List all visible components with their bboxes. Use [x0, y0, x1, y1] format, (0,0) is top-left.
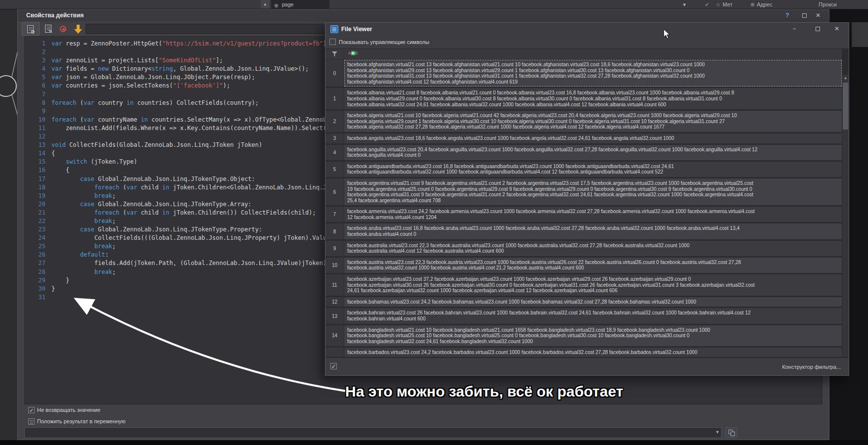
line-number: 16	[25, 167, 51, 175]
pencil-icon: ✎	[48, 29, 52, 34]
fileviewer-row[interactable]: 3facebook.angola.virtual23.cost 18,6 fac…	[325, 134, 842, 143]
combobox-caret-icon[interactable]: ▼	[715, 430, 720, 435]
row-index: 4	[325, 145, 344, 160]
line-number: 17	[25, 176, 51, 184]
line-number: 11	[25, 125, 51, 133]
scroll-up-icon[interactable]: ▲	[842, 75, 849, 82]
filter-cell[interactable]	[325, 49, 344, 59]
file-viewer-titlebar[interactable]: File Viewer − ✕	[325, 23, 849, 36]
fileviewer-row[interactable]: 11facebook.azerbaijan.virtual23.cost 37,…	[325, 274, 842, 296]
fileviewer-row[interactable]: 14facebook.bangladesh.virtual21.cost 10 …	[325, 325, 842, 347]
toolbar-item-proxy[interactable]: Прокси	[819, 0, 837, 9]
line-number: 10	[25, 116, 51, 125]
filter-builder-link[interactable]: Конструктор фильтра...	[782, 364, 841, 370]
row-value-cell[interactable]: facebook.angola.virtual23.cost 18,6 face…	[344, 134, 842, 143]
row-index: 2	[325, 111, 344, 132]
line-number: 3	[25, 57, 51, 65]
fileviewer-row[interactable]: 1facebook.albania.virtual21.cost 8 faceb…	[325, 88, 842, 109]
toolbar-item-met[interactable]: ☆Мет	[716, 0, 732, 9]
row-index: 10	[325, 258, 344, 273]
fileviewer-row[interactable]: 10facebook.austria.virtual23.cost 22,3 f…	[325, 258, 842, 273]
line-number: 19	[25, 192, 51, 201]
line-number: 24	[25, 234, 51, 243]
line-number: 2	[25, 48, 51, 57]
fileviewer-row[interactable]: 9facebook.australia.virtual23.cost 22,3 …	[325, 241, 842, 256]
row-value-cell[interactable]: facebook.argentina.virtual21.cost 9 face…	[344, 178, 842, 205]
line-number: 12	[25, 133, 51, 141]
row-value-cell[interactable]: facebook.barbados.virtual23.cost 24,2 fa…	[344, 348, 842, 357]
screen-edge	[0, 440, 868, 445]
file-viewer-icon	[330, 25, 338, 33]
copy-result-button[interactable]	[726, 427, 737, 438]
row-value-cell[interactable]: facebook.afghanistan.virtual21.cost 13 f…	[344, 60, 842, 87]
funnel-icon	[331, 51, 338, 57]
line-number: 6	[25, 82, 51, 90]
background-window-edge	[852, 22, 868, 47]
code-settings-button[interactable]: ⚙	[22, 22, 40, 36]
line-number: 1	[25, 40, 51, 48]
scrollbar-thumb[interactable]	[843, 83, 848, 130]
row-value-cell[interactable]: facebook.antiguaandbarbuda.virtual23.cos…	[344, 162, 842, 177]
close-button[interactable]: ✕	[812, 11, 824, 20]
file-viewer-title: File Viewer	[341, 26, 372, 33]
help-button[interactable]: ?	[781, 11, 793, 20]
dialog-title: Свойства действия	[26, 12, 84, 19]
row-value-cell[interactable]: facebook.bahamas.virtual23.cost 24,2 fac…	[344, 297, 842, 307]
show-control-chars-checkbox[interactable]	[329, 39, 336, 45]
toolbar-item-address[interactable]: ⊕Адрес	[750, 0, 773, 9]
row-value-cell[interactable]: facebook.bahrain.virtual23.cost 26 faceb…	[344, 308, 842, 323]
line-number: 21	[25, 209, 51, 218]
file-viewer-grid: ABC 0facebook.afghanistan.virtual21.cost…	[325, 48, 849, 357]
text-filter-icon[interactable]: ABC	[348, 51, 358, 55]
fileviewer-row[interactable]: facebook.barbados.virtual23.cost 24,2 fa…	[325, 348, 842, 357]
row-index: 12	[325, 297, 344, 307]
row-index: 9	[325, 241, 344, 256]
row-index: 6	[325, 178, 344, 205]
row-value-cell[interactable]: facebook.armenia.virtual23.cost 24,2 fac…	[344, 207, 842, 222]
dropdown-caret-icon[interactable]: ▾	[683, 0, 686, 9]
run-down-button[interactable]	[69, 22, 87, 36]
row-index: 8	[325, 223, 344, 239]
put-result-icon[interactable]	[28, 418, 35, 425]
row-value-cell[interactable]: facebook.anguilla.virtual23.cost 20,4 fa…	[344, 145, 842, 160]
line-number: 18	[25, 184, 51, 192]
grid-filter-row[interactable]: ABC	[325, 49, 842, 60]
row-value-cell[interactable]: facebook.australia.virtual23.cost 22,3 f…	[344, 241, 842, 256]
fileviewer-row[interactable]: 2facebook.algeria.virtual21.cost 10 face…	[325, 111, 842, 132]
line-number: 8	[25, 99, 51, 108]
maximize-button[interactable]	[802, 13, 807, 18]
background-tab-page[interactable]: ⊕page	[271, 0, 329, 9]
row-index: 7	[325, 207, 344, 222]
fv-close-button[interactable]: ✕	[831, 25, 843, 33]
row-index: 0	[325, 60, 344, 87]
star-icon: ☆	[716, 1, 721, 7]
row-value-cell[interactable]: facebook.albania.virtual21.cost 8 facebo…	[344, 88, 842, 109]
row-value-cell[interactable]: facebook.algeria.virtual21.cost 10 faceb…	[344, 111, 842, 132]
fileviewer-row[interactable]: 4facebook.anguilla.virtual23.cost 20,4 f…	[325, 145, 842, 160]
variable-combobox[interactable]: ▼	[24, 427, 722, 438]
record-icon	[60, 26, 66, 32]
fileviewer-row[interactable]: 13facebook.bahrain.virtual23.cost 26 fac…	[325, 308, 842, 323]
fv-minimize-button[interactable]: −	[788, 25, 800, 33]
fileviewer-row[interactable]: 0facebook.afghanistan.virtual21.cost 13 …	[325, 60, 842, 87]
check-icon[interactable]: ✓	[705, 0, 709, 9]
scroll-up-button[interactable]: ▲	[261, 0, 270, 8]
fv-bottom-checkbox[interactable]: ✓	[330, 363, 337, 369]
row-index: 13	[325, 308, 344, 323]
dialog-titlebar[interactable]: Свойства действия ? ✕	[18, 10, 829, 21]
fileviewer-row[interactable]: 6facebook.argentina.virtual21.cost 9 fac…	[325, 178, 842, 205]
row-value-cell[interactable]: facebook.azerbaijan.virtual23.cost 37,2 …	[344, 274, 842, 296]
fileviewer-row[interactable]: 5facebook.antiguaandbarbuda.virtual23.co…	[325, 162, 842, 177]
no-return-label: Не возвращать значение	[37, 407, 100, 413]
line-number: 22	[25, 218, 51, 226]
fileviewer-row[interactable]: 8facebook.aruba.virtual23.cost 16,8 face…	[325, 223, 842, 239]
fileviewer-row[interactable]: 12facebook.bahamas.virtual23.cost 24,2 f…	[325, 297, 842, 307]
fileviewer-row[interactable]: 7facebook.armenia.virtual23.cost 24,2 fa…	[325, 207, 842, 222]
fv-maximize-button[interactable]	[816, 27, 820, 31]
row-value-cell[interactable]: facebook.bangladesh.virtual21.cost 10 fa…	[344, 325, 842, 347]
flow-node-graphic	[0, 9, 17, 440]
grid-vertical-scrollbar[interactable]: ▲ ▼	[842, 75, 849, 357]
no-return-checkbox[interactable]: ✓	[28, 407, 35, 413]
row-value-cell[interactable]: facebook.aruba.virtual23.cost 16,8 faceb…	[344, 223, 842, 239]
row-value-cell[interactable]: facebook.austria.virtual23.cost 22,3 fac…	[344, 258, 842, 273]
